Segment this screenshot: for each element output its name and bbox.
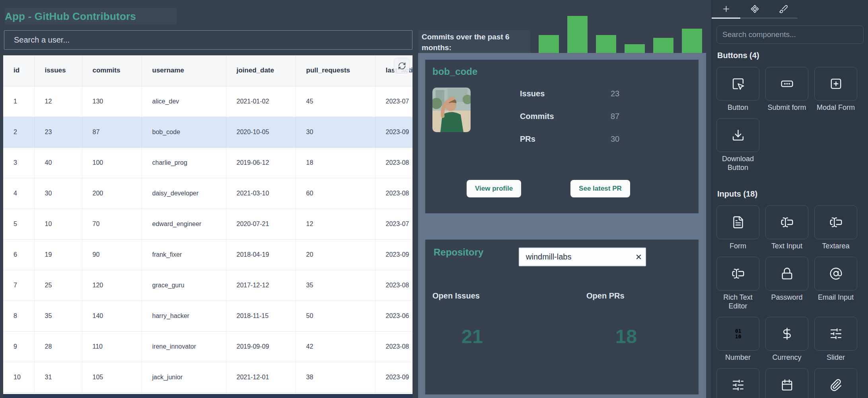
- sidebar-tab-paintbrush[interactable]: [769, 0, 798, 18]
- cell-username: edward_engineer: [142, 209, 226, 239]
- component-search-input[interactable]: [716, 25, 864, 44]
- component-tile[interactable]: [814, 368, 857, 398]
- component-item-textarea[interactable]: Textarea: [814, 205, 857, 250]
- cell-issues: 28: [34, 331, 82, 362]
- component-item-currency[interactable]: Currency: [765, 317, 808, 362]
- table-row[interactable]: 835140harry_hacker2018-11-15502023-06: [3, 300, 413, 331]
- cell-pull_requests: 45: [296, 86, 375, 117]
- table-footer-bar: [3, 394, 413, 398]
- cell-pull_requests: 18: [296, 147, 375, 178]
- repository-input[interactable]: [520, 252, 632, 261]
- cell-last_active: 2023-08: [375, 178, 413, 209]
- table-row[interactable]: 1031105jack_junior2021-12-01382023-09: [3, 362, 413, 392]
- component-label: Textarea: [822, 242, 849, 250]
- cell-username: charlie_prog: [142, 147, 226, 178]
- cell-id: 6: [3, 239, 34, 270]
- repo-stat: Open PRs18: [586, 291, 666, 347]
- sidebar-tab-components[interactable]: [740, 0, 769, 18]
- stat-value: 23: [611, 89, 619, 99]
- table-refresh-button[interactable]: [394, 58, 410, 74]
- component-tile[interactable]: [814, 257, 857, 291]
- table-row[interactable]: 725120grace_guru2017-12-12352023-08: [3, 270, 413, 300]
- cell-username: irene_innovator: [142, 331, 226, 362]
- components-icon: [750, 4, 759, 14]
- cell-issues: 31: [34, 362, 82, 392]
- chart-bar: [567, 16, 588, 55]
- chart-label-box: Commits over the past 6 months:: [418, 30, 530, 54]
- cell-pull_requests: 38: [296, 362, 375, 392]
- repository-card: Repository Open Issues21Open PRs18: [425, 240, 699, 394]
- component-label: Download Button: [716, 154, 759, 172]
- view-profile-button[interactable]: View profile: [467, 180, 521, 197]
- cell-joined_date: 2020-07-21: [226, 209, 296, 239]
- plus-square-icon: [829, 77, 843, 90]
- component-item-number[interactable]: 0110Number: [716, 317, 759, 362]
- component-item-submit-form[interactable]: Submit form: [765, 67, 808, 112]
- clear-repository-button[interactable]: [632, 250, 645, 264]
- component-tile[interactable]: [765, 67, 808, 101]
- cell-pull_requests: 60: [296, 178, 375, 209]
- column-header-pull_requests: pull_requests: [296, 55, 375, 86]
- table-row[interactable]: 51070edward_engineer2020-07-21122023-07: [3, 209, 413, 239]
- component-tile[interactable]: [765, 205, 808, 239]
- avatar: [432, 88, 471, 132]
- table-row[interactable]: 61990frank_fixer2018-04-19202023-09: [3, 239, 413, 270]
- cell-joined_date: 2017-12-12: [226, 270, 296, 300]
- chart-bar: [653, 38, 673, 55]
- cell-username: frank_fixer: [142, 239, 226, 270]
- table-row[interactable]: 928110irene_innovator2019-09-09422023-08: [3, 331, 413, 362]
- component-tile[interactable]: [716, 67, 759, 101]
- section-title: Buttons (4): [717, 51, 864, 60]
- text-cursor-input-icon: [780, 216, 794, 229]
- stat-label: Issues: [520, 89, 611, 99]
- component-item-slider[interactable]: Slider: [814, 317, 857, 362]
- column-header-id: id: [3, 55, 34, 86]
- component-tile[interactable]: [814, 67, 857, 101]
- component-item-password[interactable]: Password: [765, 257, 808, 310]
- cell-joined_date: 2019-06-12: [226, 147, 296, 178]
- cell-id: 1: [3, 86, 34, 117]
- component-item[interactable]: [765, 368, 808, 398]
- cell-last_active: 2023-08: [375, 147, 413, 178]
- component-item[interactable]: [814, 368, 857, 398]
- sidebar-tab-plus[interactable]: [712, 0, 740, 18]
- user-search-input[interactable]: [4, 30, 413, 50]
- component-item-button[interactable]: Button: [716, 67, 759, 112]
- component-tile[interactable]: [716, 257, 759, 291]
- component-item-modal-form[interactable]: Modal Form: [814, 67, 857, 112]
- component-tile[interactable]: [716, 205, 759, 239]
- section-title: Inputs (18): [717, 189, 864, 199]
- repo-stat-label: Open Issues: [432, 291, 512, 300]
- component-item-form[interactable]: Form: [716, 205, 759, 250]
- cell-last_active: 2023-09: [375, 362, 413, 392]
- see-latest-pr-button[interactable]: See latest PR: [570, 180, 630, 197]
- table-row[interactable]: 112130alice_dev2021-01-02452023-07: [3, 86, 413, 117]
- column-header-commits: commits: [82, 55, 142, 86]
- clear-x-icon: [635, 253, 642, 261]
- component-item-download-button[interactable]: Download Button: [716, 118, 759, 172]
- preview-panel: bob_code Issues23Commits87PRs30 View pro…: [418, 53, 706, 398]
- component-tile[interactable]: [716, 368, 759, 398]
- component-item[interactable]: [716, 368, 759, 398]
- component-tile[interactable]: [765, 317, 808, 351]
- cell-username: daisy_developer: [142, 178, 226, 209]
- component-tile[interactable]: [765, 368, 808, 398]
- component-tile[interactable]: [814, 205, 857, 239]
- component-item-rich-text-editor[interactable]: Rich Text Editor: [716, 257, 759, 310]
- component-item-email-input[interactable]: Email Input: [814, 257, 857, 310]
- component-tile[interactable]: [765, 257, 808, 291]
- table-row[interactable]: 22387bob_code2020-10-05302023-09: [3, 117, 413, 147]
- app-title-box: App - GitHub Contributors: [5, 8, 177, 25]
- stat-value: 87: [611, 112, 619, 121]
- table-row[interactable]: 430200daisy_developer2021-03-10602023-08: [3, 178, 413, 209]
- component-tile[interactable]: [716, 118, 759, 152]
- table-row[interactable]: 340100charlie_prog2019-06-12182023-08: [3, 147, 413, 178]
- cell-commits: 140: [82, 300, 142, 331]
- component-label: Submit form: [767, 103, 806, 112]
- paintbrush-icon: [779, 4, 788, 14]
- cell-last_active: 2023-08: [375, 331, 413, 362]
- component-tile[interactable]: 0110: [716, 317, 759, 351]
- component-tile[interactable]: [814, 317, 857, 351]
- component-item-text-input[interactable]: Text Input: [765, 205, 808, 250]
- active-tab-underline: [712, 18, 740, 19]
